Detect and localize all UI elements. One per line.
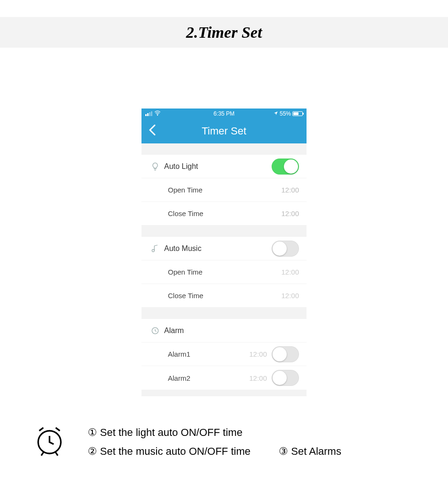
footer-line-2a: ② Set the music auto ON/OFF time [88, 445, 250, 458]
auto-music-label: Auto Music [164, 244, 267, 253]
close-time-label: Close Time [168, 209, 281, 217]
music-icon [149, 244, 161, 253]
svg-point-1 [152, 249, 154, 251]
page-banner: 2.Timer Set [0, 17, 448, 48]
footer-instructions: ① Set the light auto ON/OFF time ② Set t… [33, 425, 415, 460]
footer-line-2b: ③ Set Alarms [279, 445, 341, 458]
close-time-label: Close Time [168, 292, 281, 300]
alarm2-value: 12:00 [249, 374, 267, 382]
auto-light-row[interactable]: Auto Light [141, 155, 307, 178]
alarm1-toggle[interactable] [272, 346, 299, 362]
phone-frame: 6:35 PM 55% Timer Set Auto Light Open Ti… [141, 109, 307, 396]
open-time-label: Open Time [168, 268, 281, 276]
auto-music-open-row[interactable]: Open Time 12:00 [141, 260, 307, 284]
nav-bar: Timer Set [141, 119, 307, 143]
alarm-header-row: Alarm [141, 319, 307, 343]
open-time-value: 12:00 [281, 186, 299, 194]
close-time-value: 12:00 [281, 209, 299, 217]
footer-line-1: ① Set the light auto ON/OFF time [88, 426, 341, 439]
nav-title: Timer Set [202, 125, 247, 137]
auto-light-toggle[interactable] [272, 159, 299, 175]
auto-light-close-row[interactable]: Close Time 12:00 [141, 202, 307, 226]
auto-light-open-row[interactable]: Open Time 12:00 [141, 178, 307, 202]
close-time-value: 12:00 [281, 292, 299, 300]
alarm1-value: 12:00 [249, 350, 267, 358]
back-button[interactable] [148, 124, 157, 139]
auto-light-label: Auto Light [164, 162, 267, 171]
clock-icon [149, 326, 161, 335]
open-time-value: 12:00 [281, 268, 299, 276]
alarm2-label: Alarm2 [168, 374, 249, 382]
alarm-section: Alarm Alarm1 12:00 Alarm2 12:00 [141, 319, 307, 390]
alarm2-row[interactable]: Alarm2 12:00 [141, 366, 307, 390]
alarm1-label: Alarm1 [168, 350, 249, 358]
alarm-clock-icon [33, 425, 66, 460]
lightbulb-icon [149, 162, 161, 171]
status-bar: 6:35 PM 55% [141, 109, 307, 119]
auto-music-close-row[interactable]: Close Time 12:00 [141, 284, 307, 308]
open-time-label: Open Time [168, 186, 281, 194]
auto-music-row[interactable]: Auto Music [141, 237, 307, 260]
auto-music-toggle[interactable] [272, 241, 299, 257]
battery-percent: 55% [280, 110, 291, 117]
alarm2-toggle[interactable] [272, 370, 299, 386]
location-icon [274, 110, 278, 117]
auto-music-section: Auto Music Open Time 12:00 Close Time 12… [141, 237, 307, 308]
alarm-label: Alarm [164, 326, 299, 335]
auto-light-section: Auto Light Open Time 12:00 Close Time 12… [141, 155, 307, 226]
battery-icon [292, 111, 303, 116]
alarm1-row[interactable]: Alarm1 12:00 [141, 343, 307, 366]
banner-title: 2.Timer Set [186, 24, 262, 42]
